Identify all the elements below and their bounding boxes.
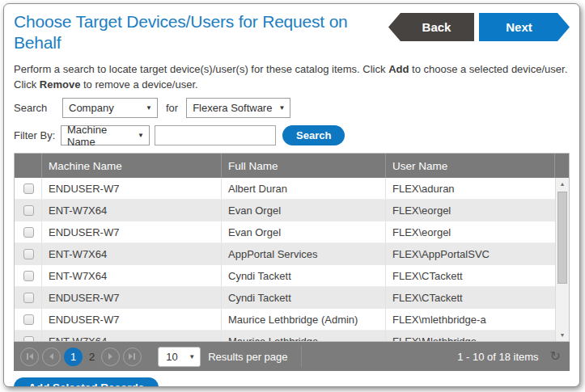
wizard-nav-buttons: Back Next (388, 13, 570, 53)
table-row[interactable]: ENDUSER-W7 Cyndi Tackett FLEX\CTackett (15, 287, 555, 309)
for-label: for (166, 102, 178, 114)
machine-name-cell: ENDUSER-W7 (42, 309, 222, 330)
page-size-value: 10 (166, 351, 177, 363)
row-checkbox[interactable] (23, 314, 34, 325)
choose-target-dialog: Choose Target Devices/Users for Request … (3, 3, 580, 387)
row-checkbox[interactable] (23, 271, 34, 281)
machine-name-cell: ENT-W7X64 (42, 243, 222, 264)
scrollbar-column-header (555, 154, 569, 178)
user-name-column-header[interactable]: User Name (386, 154, 555, 178)
instructions-add-keyword: Add (388, 63, 409, 75)
scroll-down-icon[interactable]: ▼ (556, 332, 569, 338)
search-target-select[interactable]: Flexera Software ▼ (186, 98, 290, 118)
instructions-part1: Perform a search to locate target device… (14, 63, 388, 75)
table-row[interactable]: ENT-W7X64 Cyndi Tackett FLEX\CTackett (15, 265, 555, 287)
user-name-cell: FLEX\CTackett (386, 265, 555, 286)
search-type-select[interactable]: Company ▼ (62, 98, 158, 118)
user-name-cell: FLEX\eorgel (386, 221, 555, 242)
chevron-down-icon: ▼ (189, 353, 195, 360)
row-checkbox[interactable] (23, 205, 34, 216)
page-size-select[interactable]: 10 ▼ (158, 347, 201, 367)
search-row: Search Company ▼ for Flexera Software ▼ (14, 98, 570, 118)
full-name-cell: AppPortal Services (222, 243, 386, 264)
full-name-column-header[interactable]: Full Name (222, 154, 386, 178)
machine-name-cell: ENDUSER-W7 (42, 178, 222, 199)
vertical-scrollbar[interactable]: ▲ ▼ (555, 178, 569, 341)
chevron-down-icon: ▼ (278, 104, 285, 112)
table-row[interactable]: ENT-W7X64 AppPortal Services FLEX\AppPor… (15, 243, 555, 265)
machine-name-cell: ENDUSER-W7 (42, 221, 222, 242)
last-page-button[interactable] (123, 348, 142, 366)
table-body: ENDUSER-W7 Albert Duran FLEX\aduran ENT-… (15, 178, 569, 341)
row-checkbox[interactable] (23, 227, 34, 238)
table-row[interactable]: ENDUSER-W7 Albert Duran FLEX\aduran (15, 178, 555, 200)
next-page-icon (108, 353, 112, 360)
search-type-value: Company (69, 102, 114, 114)
user-name-cell: FLEX\CTackett (386, 287, 555, 308)
full-name-cell: Maurice Lethbridge (Admin) (222, 309, 386, 330)
instructions-remove-keyword: Remove (40, 78, 81, 91)
first-page-icon (27, 353, 28, 360)
add-selected-records-button[interactable]: Add Selected Records (14, 377, 159, 387)
next-button[interactable]: Next (479, 13, 570, 41)
first-page-button[interactable] (20, 348, 39, 366)
full-name-cell: Evan Orgel (222, 200, 386, 221)
machine-name-column-header[interactable]: Machine Name (42, 154, 222, 178)
refresh-icon[interactable]: ↻ (550, 350, 561, 363)
row-checkbox[interactable] (23, 336, 34, 342)
table-row[interactable]: ENDUSER-W7 Maurice Lethbridge (Admin) FL… (15, 309, 555, 331)
pagination-bar: 1 2 10 ▼ Results per page 1 - 10 of 18 i… (14, 342, 570, 371)
page-1-button[interactable]: 1 (64, 348, 83, 366)
row-checkbox[interactable] (23, 249, 34, 259)
row-checkbox[interactable] (23, 293, 34, 303)
select-column-header (15, 154, 42, 178)
search-label: Search (14, 102, 62, 114)
user-name-cell: FLEX\Mlethbridge (386, 331, 555, 341)
previous-page-button[interactable] (42, 348, 61, 366)
chevron-down-icon: ▼ (146, 104, 152, 112)
chevron-down-icon: ▼ (138, 132, 144, 139)
user-name-cell: FLEX\aduran (386, 178, 555, 199)
page-2-button[interactable]: 2 (89, 351, 95, 363)
filter-row: Filter By: Machine Name ▼ Search (14, 125, 570, 145)
user-name-cell: FLEX\eorgel (386, 200, 555, 221)
user-name-cell: FLEX\AppPortalSVC (386, 243, 555, 264)
instructions-text: Perform a search to locate target device… (14, 61, 570, 92)
scroll-up-icon[interactable]: ▲ (556, 181, 569, 187)
last-page-icon (129, 353, 133, 360)
row-checkbox[interactable] (23, 183, 34, 194)
results-table: Machine Name Full Name User Name ENDUSER… (14, 153, 570, 342)
previous-page-icon (49, 353, 53, 360)
full-name-cell: Cyndi Tackett (222, 287, 386, 308)
dialog-footer: Add Selected Records (14, 377, 570, 387)
filter-field-select[interactable]: Machine Name ▼ (61, 125, 150, 145)
full-name-cell: Cyndi Tackett (222, 265, 386, 286)
items-count-info: 1 - 10 of 18 items (457, 351, 538, 363)
search-target-value: Flexera Software (193, 102, 272, 114)
instructions-part3: to remove a device/user. (80, 78, 197, 91)
table-row[interactable]: ENT-W7X64 Evan Orgel FLEX\eorgel (15, 200, 555, 221)
back-button[interactable]: Back (388, 13, 474, 41)
table-header-row: Machine Name Full Name User Name (15, 154, 569, 178)
dialog-header: Choose Target Devices/Users for Request … (4, 4, 579, 53)
machine-name-cell: ENT-W7X64 (42, 200, 222, 221)
full-name-cell: Evan Orgel (222, 221, 386, 242)
table-row[interactable]: ENT-W7X64 Maurice Lethbridge FLEX\Mlethb… (15, 331, 555, 341)
filter-field-value: Machine Name (67, 124, 131, 148)
machine-name-cell: ENT-W7X64 (42, 265, 222, 286)
full-name-cell: Maurice Lethbridge (222, 331, 386, 341)
pager-divider (301, 346, 302, 367)
machine-name-cell: ENDUSER-W7 (42, 287, 222, 308)
scrollbar-thumb[interactable] (557, 192, 567, 284)
filter-by-label: Filter By: (14, 129, 61, 141)
page-title: Choose Target Devices/Users for Request … (14, 11, 388, 53)
filter-search-button[interactable]: Search (282, 125, 345, 145)
filter-input[interactable] (155, 125, 276, 145)
table-row[interactable]: ENDUSER-W7 Evan Orgel FLEX\eorgel (15, 221, 555, 243)
results-per-page-label: Results per page (208, 351, 287, 363)
user-name-cell: FLEX\mlethbridge-a (386, 309, 555, 330)
machine-name-cell: ENT-W7X64 (42, 331, 222, 341)
full-name-cell: Albert Duran (222, 178, 386, 199)
next-page-button[interactable] (101, 348, 120, 366)
